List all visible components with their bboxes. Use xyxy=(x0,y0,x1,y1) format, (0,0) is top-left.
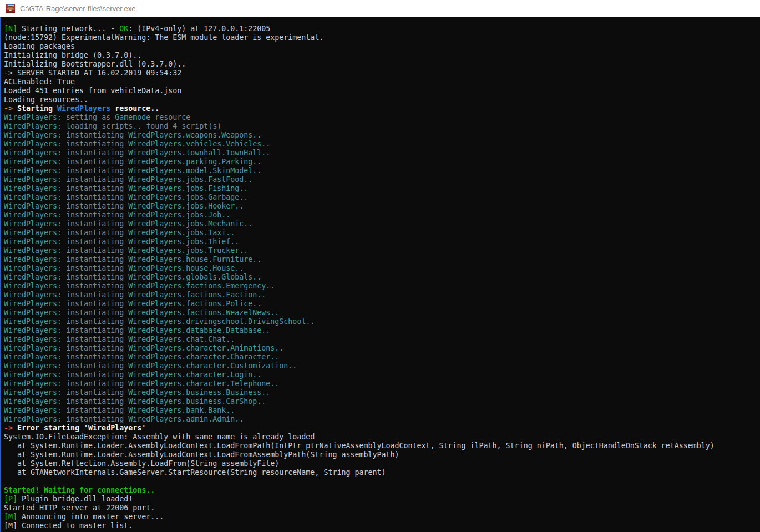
log-segment-default-gray: Announcing into master server... xyxy=(17,513,164,521)
console-line: WiredPlayers: instantiating WiredPlayers… xyxy=(4,300,760,308)
console-line: WiredPlayers: instantiating WiredPlayers… xyxy=(4,184,760,193)
log-segment-bright-white: resource.. xyxy=(110,104,159,113)
log-segment-dim-gray: instantiating xyxy=(62,282,128,290)
console-line: WiredPlayers: instantiating WiredPlayers… xyxy=(4,344,760,353)
log-segment-teal: WiredPlayers.jobs.Job.. xyxy=(128,211,230,219)
console-line: Loaded 451 entries from vehicleData.json xyxy=(4,87,760,95)
console-line: WiredPlayers: instantiating WiredPlayers… xyxy=(4,308,760,317)
log-segment-bright-white: Error starting 'WiredPlayers' xyxy=(13,424,146,432)
console-line: Initializing bridge (0.3.7.0).. xyxy=(4,51,760,60)
console-line: Loading resources.. xyxy=(4,95,760,104)
console-line: WiredPlayers: instantiating WiredPlayers… xyxy=(4,255,760,264)
console-line: WiredPlayers: instantiating WiredPlayers… xyxy=(4,140,760,149)
log-segment-teal: WiredPlayers: xyxy=(4,388,62,397)
log-segment-teal: WiredPlayers: xyxy=(4,291,62,299)
log-segment-default-gray: Starting network... - xyxy=(17,24,119,33)
log-segment-dim-gray: instantiating xyxy=(62,300,128,308)
log-segment-default-gray: ACLEnabled: True xyxy=(4,78,75,86)
log-segment-green: [M] xyxy=(4,513,17,521)
log-segment-teal: WiredPlayers: xyxy=(4,175,62,184)
log-segment-default-gray: at System.Runtime.Loader.AssemblyLoadCon… xyxy=(4,442,715,450)
log-segment-teal: WiredPlayers.townhall.TownHall.. xyxy=(128,149,270,157)
log-segment-teal: WiredPlayers.jobs.FastFood.. xyxy=(128,175,252,184)
log-segment-default-gray: at System.Reflection.Assembly.LoadFrom(S… xyxy=(4,459,279,468)
console-line: WiredPlayers: instantiating WiredPlayers… xyxy=(4,371,760,379)
log-segment-green: [N] xyxy=(4,24,17,33)
console-line: [M] Announcing into master server... xyxy=(4,513,760,521)
log-segment-dim-gray: instantiating xyxy=(62,255,128,264)
log-segment-default-gray: at System.Runtime.Loader.AssemblyLoadCon… xyxy=(4,450,399,459)
console-line: WiredPlayers: instantiating WiredPlayers… xyxy=(4,415,760,424)
log-segment-teal: WiredPlayers.factions.Faction.. xyxy=(128,291,266,299)
console-line: WiredPlayers: instantiating WiredPlayers… xyxy=(4,193,760,202)
log-segment-dim-gray: instantiating xyxy=(62,344,128,352)
log-segment-teal: WiredPlayers: xyxy=(4,273,62,281)
log-segment-teal: WiredPlayers.jobs.Taxi.. xyxy=(128,229,235,237)
log-segment-teal: WiredPlayers: xyxy=(4,246,62,255)
console-line xyxy=(4,477,760,486)
log-segment-teal: WiredPlayers: xyxy=(4,149,62,157)
console-line: Started! Waiting for connections.. xyxy=(4,486,760,495)
log-segment-teal: WiredPlayers.jobs.Thief.. xyxy=(128,237,239,246)
log-segment-dim-gray: instantiating xyxy=(62,273,128,281)
console-line: at System.Runtime.Loader.AssemblyLoadCon… xyxy=(4,450,760,459)
log-segment-dim-gray: instantiating xyxy=(62,362,128,370)
log-segment-default-gray: Started HTTP server at 22006 port. xyxy=(4,504,155,512)
log-segment-dim-gray: instantiating xyxy=(62,308,128,317)
log-segment-teal: WiredPlayers.model.SkinModel.. xyxy=(128,166,261,175)
console-line: WiredPlayers: instantiating WiredPlayers… xyxy=(4,264,760,273)
log-segment-teal: WiredPlayers.vehicles.Vehicles.. xyxy=(128,140,270,148)
log-segment-dim-gray: instantiating xyxy=(62,140,128,148)
console-line: WiredPlayers: instantiating WiredPlayers… xyxy=(4,406,760,415)
log-segment-dim-gray: instantiating xyxy=(62,397,128,406)
log-segment-teal: WiredPlayers: xyxy=(4,308,62,317)
log-segment-yellow: -> xyxy=(4,104,13,113)
log-segment-default-gray: at GTANetworkInternals.GameServer.StartR… xyxy=(4,468,386,477)
log-segment-teal: WiredPlayers: xyxy=(4,131,62,139)
log-segment-red: -> xyxy=(4,424,13,432)
console-line: WiredPlayers: instantiating WiredPlayers… xyxy=(4,158,760,166)
log-segment-teal: WiredPlayers: xyxy=(4,140,62,148)
log-segment-teal: WiredPlayers.character.Login.. xyxy=(128,371,261,379)
console-line: [P] Plugin bridge.dll loaded! xyxy=(4,495,760,504)
app-icon[interactable] xyxy=(6,4,15,13)
console-line: WiredPlayers: setting as Gamemode resour… xyxy=(4,113,760,122)
log-segment-teal: WiredPlayers.character.Telephone.. xyxy=(128,379,279,388)
console-line: WiredPlayers: instantiating WiredPlayers… xyxy=(4,237,760,246)
log-segment-teal: WiredPlayers: xyxy=(4,397,62,406)
log-segment-teal: WiredPlayers.globals.Globals.. xyxy=(128,273,261,281)
console-line: WiredPlayers: instantiating WiredPlayers… xyxy=(4,317,760,326)
console-line: WiredPlayers: instantiating WiredPlayers… xyxy=(4,379,760,388)
log-segment-teal: WiredPlayers.business.CarShop.. xyxy=(128,397,266,406)
console-line: WiredPlayers: instantiating WiredPlayers… xyxy=(4,353,760,362)
log-segment-default-gray: Loading resources.. xyxy=(4,95,88,104)
log-segment-dim-gray: instantiating xyxy=(62,166,128,175)
log-segment-teal: WiredPlayers.bank.Bank.. xyxy=(128,406,235,414)
log-segment-dim-gray: instantiating xyxy=(62,175,128,184)
console-line: WiredPlayers: loading scripts.. found 4 … xyxy=(4,122,760,131)
log-segment-teal: WiredPlayers: xyxy=(4,371,62,379)
log-segment-default-gray: (node:15792) ExperimentalWarning: The ES… xyxy=(4,33,323,42)
console-line: Loading packages xyxy=(4,42,760,51)
log-segment-green-bold: Started! Waiting for connections.. xyxy=(4,486,155,494)
console-output[interactable]: [N] Starting network... - OK: (IPv4-only… xyxy=(0,17,760,532)
console-line: System.IO.FileLoadException: Assembly wi… xyxy=(4,433,760,442)
console-line: WiredPlayers: instantiating WiredPlayers… xyxy=(4,246,760,255)
log-segment-teal: WiredPlayers.business.Business.. xyxy=(128,388,270,397)
log-segment-teal: WiredPlayers: xyxy=(4,166,62,175)
title-bar[interactable]: C:\GTA-Rage\server-files\server.exe xyxy=(0,0,760,17)
log-segment-teal: WiredPlayers: xyxy=(4,255,62,264)
log-segment-teal: WiredPlayers: xyxy=(4,415,62,423)
window-title: C:\GTA-Rage\server-files\server.exe xyxy=(20,4,136,13)
console-line: at System.Reflection.Assembly.LoadFrom(S… xyxy=(4,459,760,468)
log-segment-dim-gray: instantiating xyxy=(62,193,128,201)
log-segment-teal: WiredPlayers.character.Character.. xyxy=(128,353,279,361)
console-line: WiredPlayers: instantiating WiredPlayers… xyxy=(4,166,760,175)
log-segment-green: [P] xyxy=(4,495,17,503)
log-segment-default-gray: -> SERVER STARTED AT 16.02.2019 09:54:32 xyxy=(4,69,181,77)
log-segment-green: OK xyxy=(119,24,128,33)
console-line: WiredPlayers: instantiating WiredPlayers… xyxy=(4,229,760,237)
log-segment-dim-gray: instantiating xyxy=(62,131,128,139)
console-window: C:\GTA-Rage\server-files\server.exe [N] … xyxy=(0,0,760,532)
log-segment-dim-gray: instantiating xyxy=(62,202,128,210)
